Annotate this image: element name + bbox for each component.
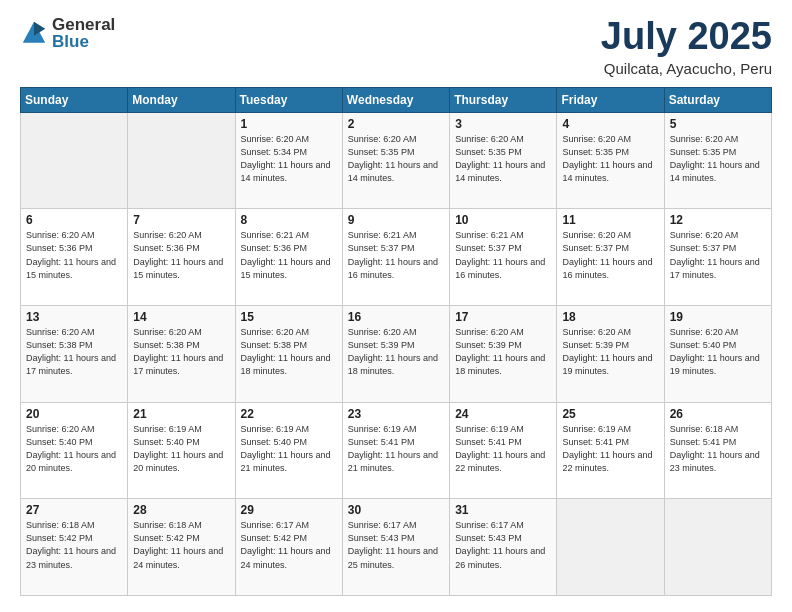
calendar-cell: 4 Sunrise: 6:20 AM Sunset: 5:35 PM Dayli…: [557, 112, 664, 209]
day-number: 9: [348, 213, 444, 227]
calendar-cell: [128, 112, 235, 209]
day-number: 20: [26, 407, 122, 421]
calendar-cell: 6 Sunrise: 6:20 AM Sunset: 5:36 PM Dayli…: [21, 209, 128, 306]
day-number: 2: [348, 117, 444, 131]
day-info: Sunrise: 6:20 AM Sunset: 5:34 PM Dayligh…: [241, 133, 337, 185]
calendar-cell: 24 Sunrise: 6:19 AM Sunset: 5:41 PM Dayl…: [450, 402, 557, 499]
day-number: 15: [241, 310, 337, 324]
day-info: Sunrise: 6:20 AM Sunset: 5:38 PM Dayligh…: [241, 326, 337, 378]
day-info: Sunrise: 6:20 AM Sunset: 5:35 PM Dayligh…: [562, 133, 658, 185]
calendar-cell: 20 Sunrise: 6:20 AM Sunset: 5:40 PM Dayl…: [21, 402, 128, 499]
calendar-cell: 10 Sunrise: 6:21 AM Sunset: 5:37 PM Dayl…: [450, 209, 557, 306]
day-info: Sunrise: 6:20 AM Sunset: 5:35 PM Dayligh…: [455, 133, 551, 185]
day-info: Sunrise: 6:20 AM Sunset: 5:38 PM Dayligh…: [133, 326, 229, 378]
day-number: 14: [133, 310, 229, 324]
calendar-cell: [557, 499, 664, 596]
calendar-title: July 2025: [601, 16, 772, 58]
day-number: 3: [455, 117, 551, 131]
calendar-body: 1 Sunrise: 6:20 AM Sunset: 5:34 PM Dayli…: [21, 112, 772, 595]
day-info: Sunrise: 6:20 AM Sunset: 5:35 PM Dayligh…: [348, 133, 444, 185]
day-number: 4: [562, 117, 658, 131]
calendar-header: Sunday Monday Tuesday Wednesday Thursday…: [21, 87, 772, 112]
calendar-cell: 30 Sunrise: 6:17 AM Sunset: 5:43 PM Dayl…: [342, 499, 449, 596]
day-number: 17: [455, 310, 551, 324]
header-row: Sunday Monday Tuesday Wednesday Thursday…: [21, 87, 772, 112]
day-number: 22: [241, 407, 337, 421]
calendar-cell: 12 Sunrise: 6:20 AM Sunset: 5:37 PM Dayl…: [664, 209, 771, 306]
calendar-cell: 7 Sunrise: 6:20 AM Sunset: 5:36 PM Dayli…: [128, 209, 235, 306]
day-info: Sunrise: 6:21 AM Sunset: 5:36 PM Dayligh…: [241, 229, 337, 281]
day-number: 10: [455, 213, 551, 227]
calendar-cell: 3 Sunrise: 6:20 AM Sunset: 5:35 PM Dayli…: [450, 112, 557, 209]
day-info: Sunrise: 6:20 AM Sunset: 5:35 PM Dayligh…: [670, 133, 766, 185]
page: General Blue July 2025 Quilcata, Ayacuch…: [0, 0, 792, 612]
calendar-cell: 16 Sunrise: 6:20 AM Sunset: 5:39 PM Dayl…: [342, 306, 449, 403]
calendar-cell: 23 Sunrise: 6:19 AM Sunset: 5:41 PM Dayl…: [342, 402, 449, 499]
col-saturday: Saturday: [664, 87, 771, 112]
calendar-cell: 18 Sunrise: 6:20 AM Sunset: 5:39 PM Dayl…: [557, 306, 664, 403]
day-info: Sunrise: 6:18 AM Sunset: 5:41 PM Dayligh…: [670, 423, 766, 475]
day-number: 19: [670, 310, 766, 324]
day-info: Sunrise: 6:20 AM Sunset: 5:39 PM Dayligh…: [562, 326, 658, 378]
calendar-cell: 21 Sunrise: 6:19 AM Sunset: 5:40 PM Dayl…: [128, 402, 235, 499]
calendar-cell: 31 Sunrise: 6:17 AM Sunset: 5:43 PM Dayl…: [450, 499, 557, 596]
calendar-cell: 27 Sunrise: 6:18 AM Sunset: 5:42 PM Dayl…: [21, 499, 128, 596]
calendar-cell: 14 Sunrise: 6:20 AM Sunset: 5:38 PM Dayl…: [128, 306, 235, 403]
day-info: Sunrise: 6:19 AM Sunset: 5:41 PM Dayligh…: [348, 423, 444, 475]
day-number: 29: [241, 503, 337, 517]
day-info: Sunrise: 6:17 AM Sunset: 5:42 PM Dayligh…: [241, 519, 337, 571]
calendar-table: Sunday Monday Tuesday Wednesday Thursday…: [20, 87, 772, 596]
calendar-cell: 26 Sunrise: 6:18 AM Sunset: 5:41 PM Dayl…: [664, 402, 771, 499]
logo-general: General: [52, 16, 115, 33]
calendar-cell: 1 Sunrise: 6:20 AM Sunset: 5:34 PM Dayli…: [235, 112, 342, 209]
day-info: Sunrise: 6:20 AM Sunset: 5:36 PM Dayligh…: [133, 229, 229, 281]
day-number: 7: [133, 213, 229, 227]
calendar-cell: 11 Sunrise: 6:20 AM Sunset: 5:37 PM Dayl…: [557, 209, 664, 306]
calendar-subtitle: Quilcata, Ayacucho, Peru: [601, 60, 772, 77]
calendar-cell: 19 Sunrise: 6:20 AM Sunset: 5:40 PM Dayl…: [664, 306, 771, 403]
day-number: 18: [562, 310, 658, 324]
day-info: Sunrise: 6:17 AM Sunset: 5:43 PM Dayligh…: [455, 519, 551, 571]
day-info: Sunrise: 6:20 AM Sunset: 5:37 PM Dayligh…: [562, 229, 658, 281]
day-info: Sunrise: 6:19 AM Sunset: 5:40 PM Dayligh…: [241, 423, 337, 475]
day-number: 1: [241, 117, 337, 131]
col-wednesday: Wednesday: [342, 87, 449, 112]
day-info: Sunrise: 6:20 AM Sunset: 5:40 PM Dayligh…: [670, 326, 766, 378]
day-number: 6: [26, 213, 122, 227]
day-info: Sunrise: 6:19 AM Sunset: 5:40 PM Dayligh…: [133, 423, 229, 475]
day-number: 21: [133, 407, 229, 421]
day-number: 24: [455, 407, 551, 421]
logo-blue: Blue: [52, 33, 115, 50]
day-number: 11: [562, 213, 658, 227]
day-info: Sunrise: 6:20 AM Sunset: 5:39 PM Dayligh…: [348, 326, 444, 378]
day-info: Sunrise: 6:18 AM Sunset: 5:42 PM Dayligh…: [26, 519, 122, 571]
logo-text: General Blue: [52, 16, 115, 50]
day-info: Sunrise: 6:19 AM Sunset: 5:41 PM Dayligh…: [562, 423, 658, 475]
calendar-week-5: 27 Sunrise: 6:18 AM Sunset: 5:42 PM Dayl…: [21, 499, 772, 596]
col-thursday: Thursday: [450, 87, 557, 112]
logo: General Blue: [20, 16, 115, 50]
day-number: 27: [26, 503, 122, 517]
day-info: Sunrise: 6:17 AM Sunset: 5:43 PM Dayligh…: [348, 519, 444, 571]
day-info: Sunrise: 6:21 AM Sunset: 5:37 PM Dayligh…: [348, 229, 444, 281]
calendar-week-2: 6 Sunrise: 6:20 AM Sunset: 5:36 PM Dayli…: [21, 209, 772, 306]
day-info: Sunrise: 6:20 AM Sunset: 5:37 PM Dayligh…: [670, 229, 766, 281]
col-friday: Friday: [557, 87, 664, 112]
day-info: Sunrise: 6:21 AM Sunset: 5:37 PM Dayligh…: [455, 229, 551, 281]
day-info: Sunrise: 6:19 AM Sunset: 5:41 PM Dayligh…: [455, 423, 551, 475]
day-number: 8: [241, 213, 337, 227]
calendar-cell: [664, 499, 771, 596]
col-monday: Monday: [128, 87, 235, 112]
day-number: 26: [670, 407, 766, 421]
day-info: Sunrise: 6:20 AM Sunset: 5:39 PM Dayligh…: [455, 326, 551, 378]
logo-icon: [20, 19, 48, 47]
calendar-week-1: 1 Sunrise: 6:20 AM Sunset: 5:34 PM Dayli…: [21, 112, 772, 209]
calendar-cell: 22 Sunrise: 6:19 AM Sunset: 5:40 PM Dayl…: [235, 402, 342, 499]
calendar-cell: 28 Sunrise: 6:18 AM Sunset: 5:42 PM Dayl…: [128, 499, 235, 596]
calendar-week-3: 13 Sunrise: 6:20 AM Sunset: 5:38 PM Dayl…: [21, 306, 772, 403]
day-number: 25: [562, 407, 658, 421]
day-number: 16: [348, 310, 444, 324]
calendar-cell: 29 Sunrise: 6:17 AM Sunset: 5:42 PM Dayl…: [235, 499, 342, 596]
day-number: 28: [133, 503, 229, 517]
calendar-cell: 25 Sunrise: 6:19 AM Sunset: 5:41 PM Dayl…: [557, 402, 664, 499]
